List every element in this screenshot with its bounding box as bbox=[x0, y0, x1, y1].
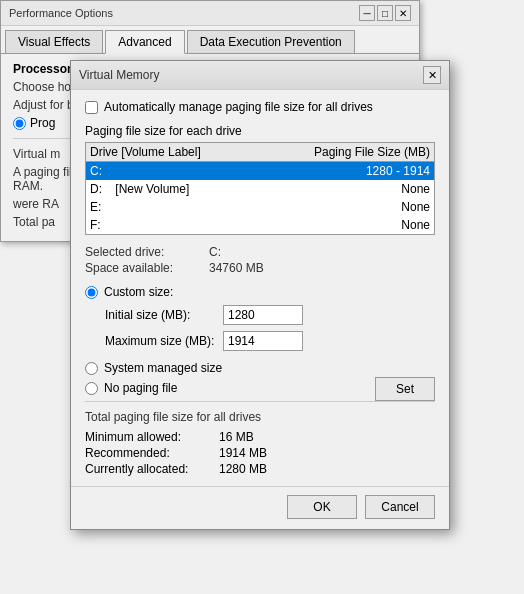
drive-c-label: C: bbox=[90, 164, 230, 178]
selected-drive-value: C: bbox=[209, 245, 435, 259]
vm-dialog-title: Virtual Memory bbox=[79, 68, 159, 82]
custom-size-radio-row: Custom size: bbox=[85, 285, 435, 299]
min-allowed-value: 16 MB bbox=[219, 430, 435, 444]
total-grid: Minimum allowed: 16 MB Recommended: 1914… bbox=[85, 430, 435, 476]
drive-c-paging: 1280 - 1914 bbox=[230, 164, 430, 178]
size-radio-group: Custom size: Initial size (MB): Maximum … bbox=[85, 285, 435, 351]
drive-row-c[interactable]: C: 1280 - 1914 bbox=[86, 162, 434, 180]
total-section-title: Total paging file size for all drives bbox=[85, 410, 435, 424]
sys-managed-radio[interactable] bbox=[85, 362, 98, 375]
vm-titlebar: Virtual Memory ✕ bbox=[71, 61, 449, 90]
auto-manage-row: Automatically manage paging file size fo… bbox=[85, 100, 435, 114]
drive-table: Drive [Volume Label] Paging File Size (M… bbox=[85, 142, 435, 235]
initial-size-row: Initial size (MB): bbox=[105, 305, 435, 325]
col-paging-header: Paging File Size (MB) bbox=[230, 145, 430, 159]
tab-visual-effects[interactable]: Visual Effects bbox=[5, 30, 103, 53]
perf-tabs: Visual Effects Advanced Data Execution P… bbox=[1, 26, 419, 54]
minimize-button[interactable]: ─ bbox=[359, 5, 375, 21]
col-drive-header: Drive [Volume Label] bbox=[90, 145, 230, 159]
perf-window-title: Performance Options bbox=[9, 7, 113, 19]
custom-size-radio[interactable] bbox=[85, 286, 98, 299]
drive-table-header: Drive [Volume Label] Paging File Size (M… bbox=[86, 143, 434, 162]
auto-manage-checkbox[interactable] bbox=[85, 101, 98, 114]
initial-size-input[interactable] bbox=[223, 305, 303, 325]
min-allowed-label: Minimum allowed: bbox=[85, 430, 215, 444]
ok-button[interactable]: OK bbox=[287, 495, 357, 519]
selected-drive-info: Selected drive: C: Space available: 3476… bbox=[85, 245, 435, 275]
recommended-value: 1914 MB bbox=[219, 446, 435, 460]
selected-drive-label: Selected drive: bbox=[85, 245, 205, 259]
drive-f-label: F: bbox=[90, 218, 230, 232]
initial-size-label: Initial size (MB): bbox=[105, 308, 215, 322]
auto-manage-label: Automatically manage paging file size fo… bbox=[104, 100, 373, 114]
prog-radio[interactable] bbox=[13, 117, 26, 130]
close-button[interactable]: ✕ bbox=[395, 5, 411, 21]
no-paging-radio[interactable] bbox=[85, 382, 98, 395]
recommended-label: Recommended: bbox=[85, 446, 215, 460]
total-paging-section: Total paging file size for all drives Mi… bbox=[85, 401, 435, 476]
drive-row-f[interactable]: F: None bbox=[86, 216, 434, 234]
titlebar-controls: ─ □ ✕ bbox=[359, 5, 411, 21]
drive-e-paging: None bbox=[230, 200, 430, 214]
tab-advanced[interactable]: Advanced bbox=[105, 30, 184, 54]
space-available-value: 34760 MB bbox=[209, 261, 435, 275]
virtual-memory-dialog: Virtual Memory ✕ Automatically manage pa… bbox=[70, 60, 450, 530]
drive-row-e[interactable]: E: None bbox=[86, 198, 434, 216]
paging-section-label: Paging file size for each drive bbox=[85, 124, 435, 138]
vm-body: Automatically manage paging file size fo… bbox=[71, 90, 449, 486]
custom-size-label: Custom size: bbox=[104, 285, 173, 299]
drive-f-paging: None bbox=[230, 218, 430, 232]
maximize-button[interactable]: □ bbox=[377, 5, 393, 21]
set-button[interactable]: Set bbox=[375, 377, 435, 401]
currently-allocated-value: 1280 MB bbox=[219, 462, 435, 476]
space-available-label: Space available: bbox=[85, 261, 205, 275]
max-size-input[interactable] bbox=[223, 331, 303, 351]
dialog-footer: OK Cancel bbox=[71, 486, 449, 529]
sys-managed-label: System managed size bbox=[104, 361, 222, 375]
vm-close-button[interactable]: ✕ bbox=[423, 66, 441, 84]
drive-d-label: D: [New Volume] bbox=[90, 182, 230, 196]
perf-titlebar: Performance Options ─ □ ✕ bbox=[1, 1, 419, 26]
sys-managed-section: System managed size No paging file Set bbox=[85, 361, 435, 401]
drive-row-d[interactable]: D: [New Volume] None bbox=[86, 180, 434, 198]
other-radio-options: System managed size No paging file bbox=[85, 361, 222, 401]
max-size-row: Maximum size (MB): bbox=[105, 331, 435, 351]
drive-d-paging: None bbox=[230, 182, 430, 196]
prog-radio-label: Prog bbox=[30, 116, 55, 130]
currently-allocated-label: Currently allocated: bbox=[85, 462, 215, 476]
sys-managed-radio-row: System managed size bbox=[85, 361, 222, 375]
tab-data-execution[interactable]: Data Execution Prevention bbox=[187, 30, 355, 53]
no-paging-radio-row: No paging file bbox=[85, 381, 222, 395]
max-size-label: Maximum size (MB): bbox=[105, 334, 215, 348]
drive-e-label: E: bbox=[90, 200, 230, 214]
no-paging-label: No paging file bbox=[104, 381, 177, 395]
cancel-button[interactable]: Cancel bbox=[365, 495, 435, 519]
